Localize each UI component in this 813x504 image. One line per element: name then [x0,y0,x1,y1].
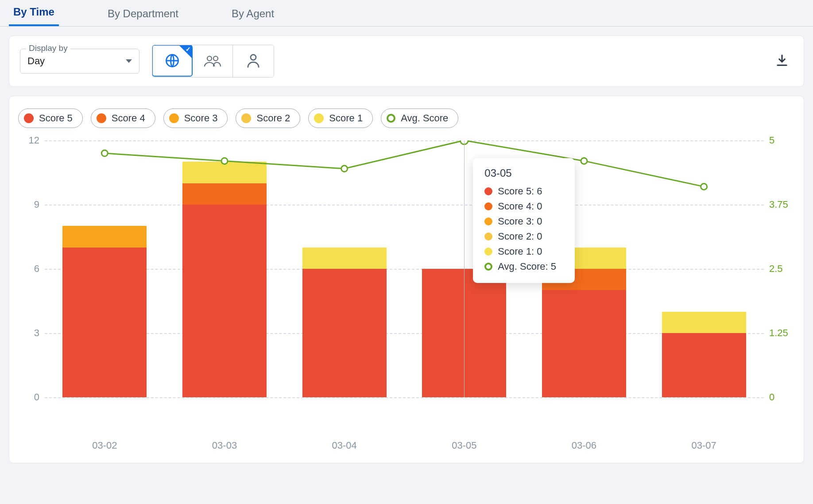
legend-dot-icon [97,113,106,123]
bar-segment [62,248,147,397]
legend-label: Score 3 [184,112,218,124]
y-tick-left: 0 [34,392,39,403]
legend-item-0[interactable]: Score 5 [18,109,83,128]
tooltip-dot-icon [484,217,492,225]
grid-line [45,397,764,398]
legend-item-3[interactable]: Score 2 [236,109,300,128]
legend-label: Score 5 [39,112,73,124]
bar-segment [302,248,387,269]
bar-segment [662,333,746,397]
chart-area: 036912 03-05Score 5: 6Score 4: 0Score 3:… [18,140,795,428]
legend-item-4[interactable]: Score 1 [308,109,373,128]
legend-dot-icon [24,113,34,123]
tooltip-dot-icon [484,187,492,195]
plot-area[interactable]: 03-05Score 5: 6Score 4: 0Score 3: 0Score… [45,140,764,397]
tooltip-row: Avg. Score: 5 [484,259,563,274]
legend-item-1[interactable]: Score 4 [91,109,155,128]
check-badge-icon [179,46,192,58]
scope-global-button[interactable] [152,45,193,77]
tooltip-label: Avg. Score: 5 [498,261,556,272]
hover-vertical-line [464,140,465,397]
person-icon [247,54,260,69]
bar-segment [62,226,147,247]
tooltip-row: Score 5: 6 [484,184,563,199]
bar-slot [60,140,149,397]
legend-dot-icon [241,113,251,123]
y-tick-right: 0 [769,392,774,403]
download-icon [775,54,789,67]
bar-stack-03-03[interactable] [182,162,267,397]
bar-stack-03-02[interactable] [62,226,147,397]
legend-label: Score 4 [112,112,145,124]
chart-tooltip: 03-05Score 5: 6Score 4: 0Score 3: 0Score… [473,158,575,283]
tooltip-dot-icon [484,248,492,256]
download-button[interactable] [771,49,793,73]
tooltip-label: Score 1: 0 [498,246,542,257]
x-tick-label: 03-03 [180,440,269,451]
bar-slot [300,140,389,397]
y-tick-left: 9 [34,199,39,210]
bar-segment [302,269,387,397]
tooltip-ring-icon [484,263,492,271]
display-by-label: Display by [26,43,70,53]
legend-label: Score 2 [256,112,290,124]
x-tick-label: 03-05 [420,440,508,451]
tab-by-department[interactable]: By Department [103,1,183,26]
chart-card: Score 5Score 4Score 3Score 2Score 1Avg. … [9,96,804,463]
display-by-select[interactable]: Display by Day [20,49,139,74]
tooltip-dot-icon [484,202,492,210]
y-tick-left: 6 [34,263,39,275]
legend-label: Avg. Score [401,112,448,124]
tooltip-dot-icon [484,233,492,240]
legend-item-2[interactable]: Score 3 [163,109,228,128]
y-axis-right: 01.252.53.755 [764,140,795,428]
tooltip-row: Score 1: 0 [484,244,563,259]
tab-by-agent[interactable]: By Agent [227,1,279,26]
tooltip-label: Score 4: 0 [498,201,542,212]
display-by-value: Day [27,55,45,67]
y-tick-right: 3.75 [769,199,788,210]
bar-segment [182,205,267,397]
x-tick-label: 03-06 [540,440,628,451]
legend-item-5[interactable]: Avg. Score [381,109,458,128]
scope-segmented [152,45,274,78]
x-tick-label: 03-04 [300,440,389,451]
tab-by-time[interactable]: By Time [9,0,59,26]
filters-card: Display by Day [9,35,804,87]
bar-segment [662,312,746,333]
people-icon [204,54,221,69]
scope-groups-button[interactable] [192,45,233,77]
y-tick-right: 1.25 [769,327,788,339]
legend-dot-icon [314,113,324,123]
y-tick-left: 12 [29,135,39,146]
tooltip-label: Score 2: 0 [498,231,542,242]
y-tick-left: 3 [34,327,39,339]
legend-dot-icon [169,113,179,123]
chevron-down-icon [126,59,132,63]
bar-stack-03-07[interactable] [662,312,746,397]
x-tick-label: 03-07 [660,440,748,451]
bar-stack-03-04[interactable] [302,248,387,397]
bar-segment [182,162,267,183]
tooltip-row: Score 3: 0 [484,214,563,229]
bars-layer [45,140,764,397]
tooltip-label: Score 5: 6 [498,186,542,197]
legend-label: Score 1 [329,112,363,124]
bar-slot [660,140,748,397]
x-axis-labels: 03-0203-0303-0403-0503-0603-07 [45,440,764,451]
y-axis-left: 036912 [18,140,45,428]
tooltip-row: Score 2: 0 [484,229,563,244]
legend-row: Score 5Score 4Score 3Score 2Score 1Avg. … [18,109,795,128]
x-tick-label: 03-02 [60,440,149,451]
scope-person-button[interactable] [233,45,274,77]
bar-segment [182,183,267,205]
tooltip-label: Score 3: 0 [498,216,542,227]
legend-ring-icon [387,114,395,123]
globe-icon [164,53,180,69]
y-tick-right: 5 [769,135,774,146]
tooltip-row: Score 4: 0 [484,199,563,214]
tooltip-title: 03-05 [484,167,563,179]
svg-point-3 [251,54,256,60]
svg-point-1 [207,56,212,61]
svg-point-2 [213,56,218,61]
